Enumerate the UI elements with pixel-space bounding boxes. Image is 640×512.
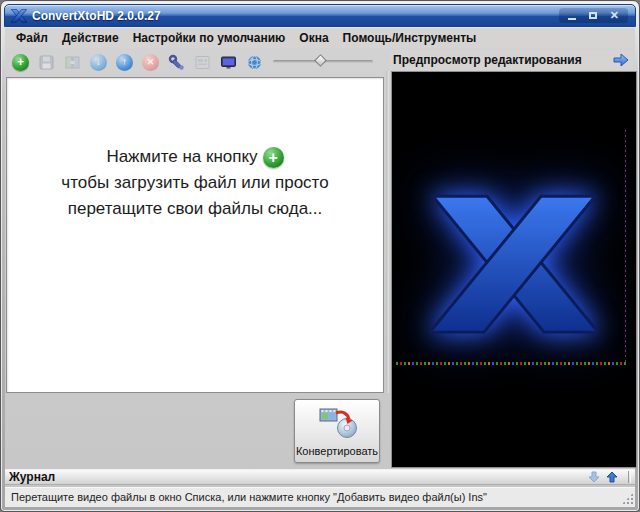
menu-default-settings[interactable]: Настройки по умолчанию bbox=[126, 29, 293, 47]
app-logo-icon bbox=[11, 9, 27, 23]
add-file-icon[interactable]: + bbox=[12, 54, 29, 71]
save-icon[interactable] bbox=[38, 54, 55, 71]
drop-message-line2: чтобы загрузить файл или просто bbox=[61, 173, 328, 192]
remove-title-icon[interactable]: ✕ bbox=[142, 54, 159, 71]
toolbar: + ↓ ↑ ✕ bbox=[12, 50, 263, 74]
app-window: ConvertXtoHD 2.0.0.27 ✕ Файл Действие На… bbox=[0, 0, 640, 512]
window-controls: ✕ bbox=[559, 8, 628, 23]
close-button[interactable]: ✕ bbox=[610, 10, 619, 21]
web-icon[interactable] bbox=[246, 54, 263, 71]
convertx-logo bbox=[430, 192, 598, 338]
menu-editor-icon[interactable] bbox=[194, 54, 211, 71]
minimize-button[interactable] bbox=[568, 18, 576, 20]
status-bar: Перетащите видео файлы в окно Списка, ил… bbox=[5, 486, 635, 507]
status-text: Перетащите видео файлы в окно Списка, ил… bbox=[11, 491, 487, 503]
drop-message-line3: перетащите свои файлы сюда... bbox=[68, 199, 323, 218]
log-title: Журнал bbox=[9, 470, 55, 484]
window-title: ConvertXtoHD 2.0.0.27 bbox=[32, 9, 161, 23]
settings-wrench-icon[interactable] bbox=[168, 54, 185, 71]
panel-splitter[interactable] bbox=[386, 71, 389, 393]
log-grip[interactable] bbox=[628, 471, 631, 483]
plus-button-icon[interactable]: + bbox=[263, 147, 284, 168]
zoom-slider-thumb[interactable] bbox=[314, 54, 327, 67]
menu-bar: Файл Действие Настройки по умолчанию Окн… bbox=[5, 28, 635, 48]
preview-header: Предпросмотр редактирования bbox=[389, 50, 633, 70]
menu-help-tools[interactable]: Помощь/Инструменты bbox=[336, 29, 484, 47]
preview-screen[interactable] bbox=[391, 71, 637, 468]
drop-message-line1: Нажмите на кнопку bbox=[106, 147, 257, 166]
maximize-button[interactable] bbox=[589, 12, 597, 19]
vertical-dotted-line bbox=[625, 130, 626, 364]
next-panel-arrow-icon[interactable] bbox=[613, 53, 629, 67]
preview-title: Предпросмотр редактирования bbox=[393, 53, 582, 67]
join-titles-icon[interactable] bbox=[64, 54, 81, 71]
timeline-dotted-line bbox=[396, 362, 628, 365]
convert-button[interactable]: Конвертировать bbox=[294, 399, 380, 463]
drop-message: Нажмите на кнопку+ чтобы загрузить файл … bbox=[7, 144, 383, 222]
log-scroll-down-icon[interactable] bbox=[588, 471, 600, 483]
file-list-dropzone[interactable]: Нажмите на кнопку+ чтобы загрузить файл … bbox=[6, 77, 384, 393]
menu-windows[interactable]: Окна bbox=[292, 29, 335, 47]
zoom-slider[interactable] bbox=[273, 60, 373, 63]
move-down-icon[interactable]: ↓ bbox=[90, 54, 107, 71]
log-bar: Журнал bbox=[5, 469, 635, 485]
log-arrows bbox=[588, 471, 631, 483]
log-scroll-up-icon[interactable] bbox=[606, 471, 618, 483]
content-area: + ↓ ↑ ✕ bbox=[5, 48, 635, 507]
menu-action[interactable]: Действие bbox=[55, 29, 126, 47]
menu-file[interactable]: Файл bbox=[9, 29, 55, 47]
convert-to-disc-icon bbox=[319, 407, 359, 439]
display-preview-icon[interactable] bbox=[220, 54, 237, 71]
move-up-icon[interactable]: ↑ bbox=[116, 54, 133, 71]
title-bar: ConvertXtoHD 2.0.0.27 ✕ bbox=[4, 4, 636, 27]
convert-button-label: Конвертировать bbox=[296, 445, 378, 457]
